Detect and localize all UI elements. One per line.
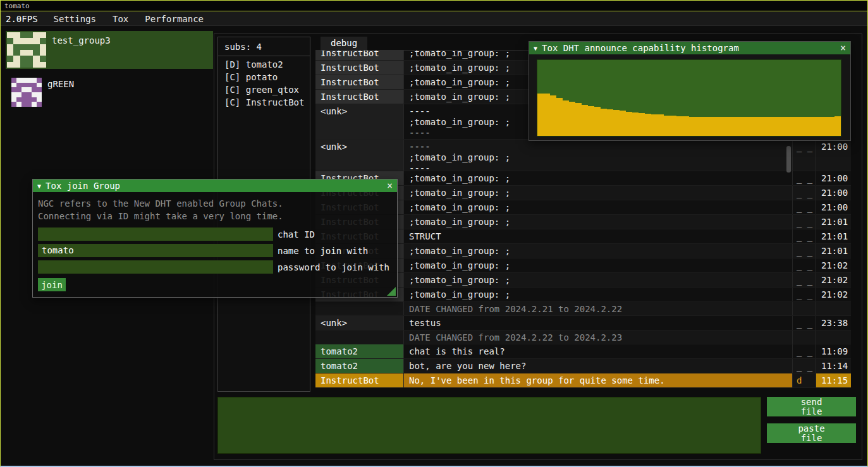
message-timestamp: 11:14 [816,359,851,373]
histogram-bar [702,117,708,136]
histogram-bar [639,113,645,136]
join-group-titlebar[interactable]: ▼ Tox join Group × [33,179,397,192]
message-sender: <unk> [315,140,404,171]
histogram-bar [790,117,797,136]
message-sender: InstructBot [315,373,404,387]
message-sender: InstructBot [315,61,404,75]
app-window: tomato 2.0FPS Settings Tox Performance t… [0,0,868,467]
join-group-window: ▼ Tox join Group × NGC refers to the New… [32,179,398,298]
message-text: ;tomato_in_group: ; [404,215,793,229]
chat-message-row[interactable]: <unk>testus_ _23:38 [315,316,851,331]
message-text: ;tomato_in_group: ; [404,258,793,272]
message-text: ---- ;tomato_in_group: ; ---- [404,140,793,171]
member-item[interactable]: [C] green_qtox [218,82,310,94]
message-text: ;tomato_in_group: ; [404,171,793,185]
chat-message-row[interactable]: tomato2bot, are you new here?_ _11:14 [315,359,851,373]
histogram-bar [733,117,740,136]
message-status-flags: _ _ [793,171,816,185]
histogram-bar [537,94,544,136]
send-file-button[interactable]: send file [767,397,856,416]
join-group-body: NGC refers to the New DHT enabled Group … [33,192,397,296]
paste-file-button[interactable]: paste file [767,423,856,443]
dht-histogram-titlebar[interactable]: ▼ Tox DHT announce capability histogram … [529,42,850,54]
menu-performance[interactable]: Performance [137,12,212,25]
histogram-bar [797,117,803,136]
member-item[interactable]: [D] tomato2 [218,56,310,69]
histogram-bar [828,117,834,136]
message-text: STRUCT [404,229,793,243]
message-sender [315,302,404,315]
histogram-bar [778,117,784,136]
menu-settings[interactable]: Settings [46,12,104,25]
histogram-bar [556,98,563,136]
tab-debug[interactable]: debug [321,37,367,50]
chat-id-input[interactable] [38,227,273,241]
send-file-label-2: file [801,407,822,416]
message-text: ;tomato_in_group: ; [404,273,793,287]
collapse-icon[interactable]: ▼ [534,45,537,52]
histogram-bar [582,105,588,136]
histogram-bar [714,117,721,136]
message-text: ;tomato_in_group: ; [404,200,793,214]
join-name-input[interactable]: tomato [38,244,273,257]
histogram-bar [544,94,550,136]
message-sender: tomato2 [315,359,404,373]
message-timestamp: 21:02 [816,273,851,287]
message-status-flags: _ _ [793,186,816,200]
join-password-input[interactable] [38,260,273,274]
histogram-bar [822,117,828,136]
window-titlebar[interactable]: tomato [1,1,867,11]
chat-message-row[interactable]: InstructBotNo, I've been in this group f… [315,373,851,388]
histogram-bar [626,112,632,136]
histogram-bar [670,116,676,136]
date-separator-row[interactable]: DATE CHANGED from 2024.2.21 to 2024.2.22 [315,302,851,316]
message-status-flags: _ _ [793,344,816,358]
dht-histogram-title: Tox DHT announce capability histogram [542,43,739,53]
group-list: test_group3gREEN [6,31,213,118]
send-file-label-1: send [801,397,822,407]
close-icon[interactable]: × [840,42,846,54]
message-text: ;tomato_in_group: ; [404,186,793,200]
join-field-row: chat ID [38,227,392,241]
histogram-bar [645,114,651,136]
histogram-bar [676,116,683,136]
message-sender: <unk> [315,104,404,139]
message-status-flags: _ _ [793,258,816,272]
histogram-bar [721,117,727,136]
histogram-bar [651,114,657,136]
histogram-bar [563,100,569,136]
join-password-label: password to join with [278,262,389,272]
chat-message-row[interactable]: <unk>---- ;tomato_in_group: ; ----_ _21:… [315,140,851,171]
member-item[interactable]: [C] InstructBot [218,94,310,107]
histogram-bar [657,114,664,136]
chat-message-row[interactable]: tomato2chat is this real?_ _11:09 [315,344,851,359]
message-timestamp: 21:00 [816,171,851,185]
menu-tox[interactable]: Tox [104,12,137,25]
date-separator-row[interactable]: DATE CHANGED from 2024.2.22 to 2024.2.23 [315,331,851,344]
histogram-bar [588,106,594,136]
message-timestamp: 11:15 [816,373,851,387]
histogram-bar [746,117,752,136]
chat-scrollbar-thumb[interactable] [786,146,791,173]
message-timestamp: 21:00 [816,186,851,200]
join-button[interactable]: join [38,278,66,291]
histogram-bar [664,116,670,136]
resize-grip-icon[interactable] [387,287,396,296]
group-item-gREEN[interactable]: gREEN [6,75,213,112]
join-fields: chat IDtomatoname to join withpassword t… [38,227,392,274]
message-timestamp: 21:01 [816,215,851,229]
histogram-bar [689,117,695,136]
histogram-bar [575,103,582,136]
group-item-test_group3[interactable]: test_group3 [6,31,213,69]
message-sender: InstructBot [315,90,404,104]
histogram-bar [809,117,816,136]
window-title: tomato [4,2,30,10]
close-icon[interactable]: × [387,180,393,191]
paste-file-label-2: file [801,434,822,443]
collapse-icon[interactable]: ▼ [37,183,41,190]
message-sender: <unk> [315,316,404,330]
date-changed-text: DATE CHANGED from 2024.2.22 to 2024.2.23 [404,331,793,344]
message-timestamp [816,331,851,344]
member-item[interactable]: [C] potato [218,69,310,82]
message-input[interactable] [217,397,761,454]
